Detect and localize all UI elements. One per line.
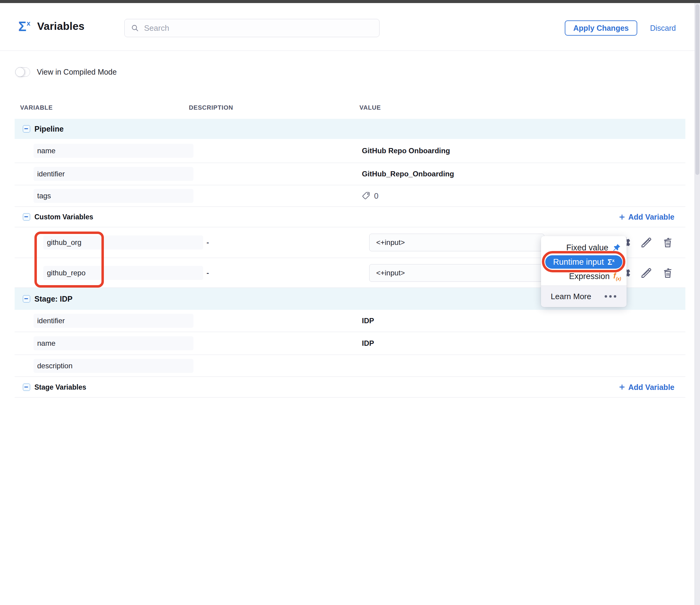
menu-item-fixed-value[interactable]: Fixed value: [566, 242, 621, 254]
variable-name-chip[interactable]: github_org: [43, 235, 203, 250]
variable-value: IDP: [362, 339, 374, 348]
variable-value: IDP: [362, 317, 374, 325]
table-header-row: VARIABLE DESCRIPTION VALUE: [15, 99, 685, 119]
pin-icon: [612, 243, 621, 252]
variable-name: name: [37, 147, 55, 155]
section-title: Pipeline: [34, 125, 64, 133]
header: Σx Variables Apply Changes Discard: [0, 3, 700, 51]
variable-name-chip[interactable]: identifier: [33, 314, 194, 328]
variable-name: github_repo: [47, 269, 85, 277]
table-row: identifier GitHub_Repo_Onboarding: [15, 163, 685, 185]
tags-value: 0: [362, 191, 378, 201]
variable-name-chip[interactable]: description: [33, 359, 194, 373]
variable-value: GitHub_Repo_Onboarding: [362, 170, 454, 178]
learn-more-link[interactable]: Learn More: [551, 292, 591, 301]
search-icon: [131, 24, 139, 32]
variable-description: -: [206, 238, 209, 247]
fx-icon: f(x): [614, 272, 621, 281]
scrollbar-track[interactable]: [695, 3, 700, 605]
edit-pencil-icon[interactable]: [640, 266, 653, 280]
table-row: tags 0: [15, 185, 685, 207]
runtime-input-field[interactable]: <+input>: [369, 264, 544, 282]
collapse-icon[interactable]: [23, 383, 30, 391]
variable-description: -: [206, 269, 209, 277]
variable-name: github_org: [47, 238, 81, 247]
variable-name: identifier: [37, 317, 65, 325]
tag-icon: [362, 191, 371, 200]
section-title: Stage: IDP: [34, 295, 73, 303]
section-row-pipeline: Pipeline: [15, 119, 685, 139]
more-options-icon[interactable]: [605, 295, 616, 298]
value-type-dropdown: Fixed value Runtime input Σx Expression …: [541, 236, 627, 307]
subsection-title: Custom Variables: [34, 213, 93, 221]
subsection-row-custom-variables: Custom Variables Add Variable: [15, 207, 685, 227]
column-header-description: DESCRIPTION: [189, 104, 233, 111]
variable-value: GitHub Repo Onboarding: [362, 147, 450, 155]
runtime-input-field[interactable]: <+input>: [369, 234, 544, 251]
variables-panel: Σx Variables Apply Changes Discard View …: [0, 0, 700, 605]
delete-trash-icon[interactable]: [661, 236, 674, 249]
variable-name: tags: [37, 192, 51, 200]
column-header-value: VALUE: [359, 104, 381, 111]
table-row: description: [15, 355, 685, 377]
sigma-x-logo-icon: Σx: [18, 20, 30, 33]
subsection-row-stage-variables: Stage Variables Add Variable: [15, 377, 685, 398]
page-title: Variables: [37, 20, 85, 32]
column-header-variable: VARIABLE: [20, 104, 53, 111]
toggle-knob: [15, 67, 25, 77]
add-variable-button[interactable]: Add Variable: [618, 212, 674, 222]
compiled-mode-toggle[interactable]: [15, 67, 30, 77]
subsection-title: Stage Variables: [34, 383, 86, 391]
plus-icon: [618, 213, 626, 221]
variable-name-chip[interactable]: identifier: [33, 167, 194, 181]
sigma-icon: Σx: [607, 258, 615, 267]
delete-trash-icon[interactable]: [661, 266, 674, 280]
row-actions: [618, 236, 674, 249]
variable-name-chip[interactable]: name: [33, 336, 194, 350]
table-row: name IDP: [15, 332, 685, 355]
menu-footer: Learn More: [541, 285, 627, 307]
collapse-icon[interactable]: [23, 213, 30, 221]
menu-item-runtime-input[interactable]: Runtime input Σx: [545, 255, 622, 269]
search-box[interactable]: [124, 19, 379, 37]
variable-name-chip[interactable]: name: [33, 144, 194, 158]
table-row: name GitHub Repo Onboarding: [15, 139, 685, 163]
variable-name: identifier: [37, 170, 65, 178]
discard-button[interactable]: Discard: [650, 24, 676, 32]
compiled-mode-label: View in Compiled Mode: [37, 68, 117, 76]
tag-count: 0: [374, 191, 378, 201]
edit-pencil-icon[interactable]: [640, 236, 653, 249]
collapse-icon[interactable]: [23, 295, 30, 303]
browser-chrome-bar: [0, 0, 700, 3]
plus-icon: [618, 383, 626, 391]
scrollbar-thumb[interactable]: [695, 4, 699, 175]
menu-item-expression[interactable]: Expression f(x): [569, 270, 621, 282]
variable-name-chip[interactable]: tags: [33, 189, 194, 203]
collapse-icon[interactable]: [23, 125, 30, 132]
variable-name-chip[interactable]: github_repo: [43, 266, 203, 280]
compiled-mode-row: View in Compiled Mode: [15, 67, 117, 77]
row-actions: [618, 266, 674, 280]
search-input[interactable]: [144, 23, 370, 33]
apply-changes-button[interactable]: Apply Changes: [565, 20, 637, 36]
table-row: identifier IDP: [15, 310, 685, 332]
variable-name: description: [37, 361, 73, 370]
add-variable-button[interactable]: Add Variable: [618, 383, 674, 392]
variable-name: name: [37, 339, 55, 348]
